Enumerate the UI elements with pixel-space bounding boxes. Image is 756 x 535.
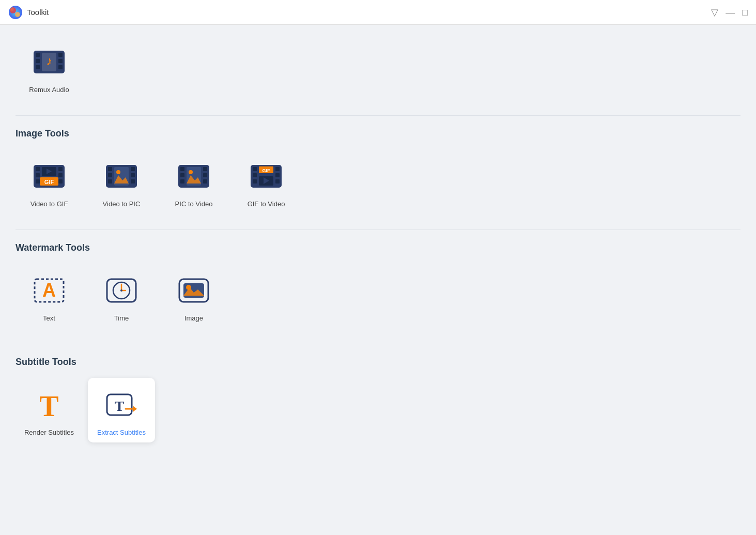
image-tools-title: Image Tools xyxy=(16,128,740,139)
tool-render-subtitles[interactable]: T Render Subtitles xyxy=(16,378,83,442)
svg-rect-14 xyxy=(36,173,40,177)
tool-watermark-text[interactable]: A Text xyxy=(16,264,83,328)
svg-rect-38 xyxy=(203,173,207,177)
main-content: ♪ Remux Audio Image Tools xyxy=(0,25,756,535)
remux-audio-label: Remux Audio xyxy=(29,86,69,94)
render-subtitles-icon: T xyxy=(30,386,68,423)
svg-rect-5 xyxy=(36,59,40,63)
svg-rect-4 xyxy=(36,53,40,57)
tool-watermark-image[interactable]: Image xyxy=(160,264,227,328)
svg-point-2 xyxy=(15,12,20,17)
svg-rect-25 xyxy=(108,173,112,177)
extract-subtitles-label: Extract Subtitles xyxy=(97,429,146,436)
image-tool-grid: GIF Video to GIF xyxy=(16,149,740,214)
tool-extract-subtitles[interactable]: T Extract Subtitles xyxy=(88,378,155,442)
svg-text:T: T xyxy=(39,390,58,422)
svg-rect-37 xyxy=(203,167,207,171)
remux-audio-icon: ♪ xyxy=(30,43,68,81)
minimize-button[interactable]: — xyxy=(726,8,735,17)
svg-rect-45 xyxy=(253,173,257,177)
titlebar: Toolkit ▽ — □ xyxy=(0,0,756,25)
extract-subtitles-icon: T xyxy=(103,386,140,423)
svg-rect-16 xyxy=(58,167,63,171)
svg-rect-18 xyxy=(58,179,63,184)
maximize-button[interactable]: □ xyxy=(742,8,748,17)
svg-text:T: T xyxy=(115,398,125,414)
svg-text:GIF: GIF xyxy=(44,179,54,185)
tool-watermark-time[interactable]: Time xyxy=(88,264,155,328)
svg-point-1 xyxy=(10,7,16,13)
tool-pic-to-video[interactable]: PIC to Video xyxy=(160,149,227,214)
svg-text:♪: ♪ xyxy=(46,54,52,68)
svg-rect-39 xyxy=(203,179,207,184)
svg-rect-34 xyxy=(180,167,184,171)
subtitle-tool-grid: T Render Subtitles T xyxy=(16,378,740,442)
audio-tool-grid: ♪ Remux Audio xyxy=(16,35,740,100)
gif-to-video-icon: GIF xyxy=(248,158,285,195)
svg-rect-27 xyxy=(131,167,135,171)
render-subtitles-label: Render Subtitles xyxy=(24,429,74,436)
watermark-tools-title: Watermark Tools xyxy=(16,242,740,253)
svg-text:GIF: GIF xyxy=(263,168,271,173)
svg-rect-26 xyxy=(108,179,112,184)
svg-rect-49 xyxy=(275,179,280,184)
gif-to-video-label: GIF to Video xyxy=(248,200,285,208)
svg-point-31 xyxy=(116,170,120,174)
watermark-text-label: Text xyxy=(43,314,55,322)
filter-button[interactable]: ▽ xyxy=(711,8,718,17)
video-to-pic-icon xyxy=(103,158,140,195)
section-watermark-tools: Watermark Tools A Text xyxy=(16,242,740,328)
svg-rect-8 xyxy=(58,59,63,63)
svg-rect-35 xyxy=(180,173,184,177)
video-to-gif-icon: GIF xyxy=(30,158,68,195)
tool-gif-to-video[interactable]: GIF GIF to Video xyxy=(233,149,300,214)
svg-rect-46 xyxy=(253,179,257,184)
svg-point-61 xyxy=(120,289,122,292)
svg-rect-6 xyxy=(36,65,40,69)
section-subtitle-tools: Subtitle Tools T Render Subtitles xyxy=(16,357,740,442)
watermark-text-icon: A xyxy=(30,272,68,309)
section-audio-tools: ♪ Remux Audio xyxy=(16,35,740,100)
video-to-pic-label: Video to PIC xyxy=(103,200,141,208)
watermark-tool-grid: A Text xyxy=(16,264,740,328)
svg-marker-70 xyxy=(133,406,137,412)
app-title: Toolkit xyxy=(27,8,49,17)
tool-video-to-gif[interactable]: GIF Video to GIF xyxy=(16,149,83,214)
divider-watermark xyxy=(16,230,740,230)
svg-rect-9 xyxy=(58,65,63,69)
watermark-time-label: Time xyxy=(114,314,129,322)
tool-remux-audio[interactable]: ♪ Remux Audio xyxy=(16,35,83,100)
titlebar-left: Toolkit xyxy=(8,5,49,20)
svg-rect-15 xyxy=(36,179,40,184)
app-logo xyxy=(8,5,23,20)
svg-rect-29 xyxy=(131,179,135,184)
svg-rect-36 xyxy=(180,179,184,184)
svg-point-41 xyxy=(189,170,193,174)
pic-to-video-icon xyxy=(175,158,212,195)
svg-rect-44 xyxy=(253,167,257,171)
section-image-tools: Image Tools GIF xyxy=(16,128,740,214)
divider-subtitle xyxy=(16,344,740,344)
svg-rect-24 xyxy=(108,167,112,171)
svg-rect-13 xyxy=(36,167,40,171)
titlebar-controls: ▽ — □ xyxy=(711,8,748,17)
svg-rect-7 xyxy=(58,53,63,57)
video-to-gif-label: Video to GIF xyxy=(30,200,68,208)
svg-rect-17 xyxy=(58,173,63,177)
svg-rect-28 xyxy=(131,173,135,177)
svg-rect-47 xyxy=(275,167,280,171)
watermark-image-icon xyxy=(175,272,212,309)
tool-video-to-pic[interactable]: Video to PIC xyxy=(88,149,155,214)
svg-text:A: A xyxy=(42,280,56,301)
subtitle-tools-title: Subtitle Tools xyxy=(16,357,740,368)
watermark-time-icon xyxy=(103,272,140,309)
watermark-image-label: Image xyxy=(184,314,203,322)
pic-to-video-label: PIC to Video xyxy=(175,200,213,208)
svg-rect-48 xyxy=(275,173,280,177)
divider-image xyxy=(16,115,740,116)
